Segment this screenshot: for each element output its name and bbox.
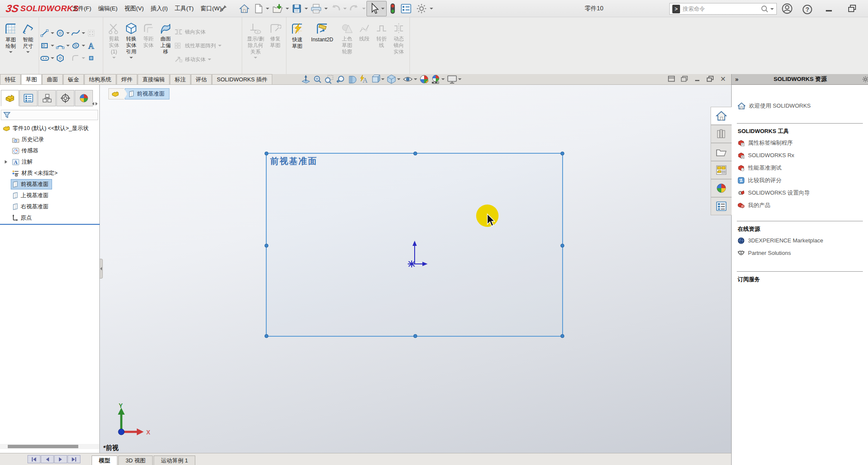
doc-tile-icon[interactable] <box>668 75 675 83</box>
partner-solutions-link[interactable]: Partner Solutions <box>732 247 868 259</box>
panel-splitter-handle[interactable] <box>100 259 103 279</box>
plane-handle-w[interactable] <box>265 244 268 248</box>
my-products-link[interactable]: 我的产品 <box>732 199 868 211</box>
redo-button[interactable] <box>348 2 361 15</box>
graphics-viewport[interactable]: 前视基准面 前视基准面 Y X *前视 <box>100 85 731 453</box>
smart-dimension-dropdown[interactable] <box>26 51 30 53</box>
welcome-link[interactable]: 欢迎使用 SOLIDWORKS <box>732 99 868 112</box>
fillet-tool-icon[interactable] <box>71 53 80 63</box>
doc-close-button[interactable]: ✕ <box>719 75 727 83</box>
tabs-scroll-right-icon[interactable] <box>95 102 98 105</box>
plane-handle-sw[interactable] <box>265 334 268 338</box>
options-gear-button[interactable] <box>414 2 429 16</box>
doc-restore-button[interactable] <box>706 75 714 83</box>
print-button[interactable] <box>309 2 323 15</box>
breadcrumb-plane-chip[interactable]: 前视基准面 <box>125 88 169 99</box>
menu-tools[interactable]: 工具(T) <box>171 0 197 17</box>
new-file-dropdown[interactable] <box>266 8 269 9</box>
tab-addins[interactable]: SOLIDWORKS 插件 <box>212 74 272 84</box>
display-style-icon[interactable] <box>387 74 400 84</box>
apply-scene-dropdown[interactable] <box>441 78 445 80</box>
trim-entities-button[interactable]: 剪裁实体(1) <box>105 19 123 72</box>
shaded-contours-button[interactable]: 上色草图轮廓 <box>339 19 356 72</box>
tree-item-right-plane[interactable]: 右视基准面 <box>0 201 100 212</box>
account-icon[interactable] <box>781 2 794 15</box>
dynamic-annotation-icon[interactable]: A <box>359 74 369 84</box>
tree-filter-bar[interactable] <box>1 110 98 120</box>
rapid-sketch-button[interactable]: 快速草图 <box>289 19 306 72</box>
tree-item-material[interactable]: 材质 <未指定> <box>0 167 100 179</box>
open-file-button[interactable] <box>270 2 285 15</box>
tab-sketch[interactable]: 草图 <box>21 74 42 84</box>
select-tool-button[interactable] <box>366 1 387 16</box>
solidworks-rx-link[interactable]: SOLIDWORKS Rx <box>732 149 868 161</box>
tab-view-palette[interactable] <box>711 161 732 179</box>
section-view-icon[interactable] <box>348 74 357 84</box>
tab-surfaces[interactable]: 曲面 <box>42 74 63 84</box>
menu-file[interactable]: 文件(F) <box>69 0 95 17</box>
plane-handle-s[interactable] <box>413 334 417 338</box>
tree-item-part-root[interactable]: 零件10 (默认) <<默认>_显示状 <box>0 123 100 134</box>
breadcrumb-part-chip[interactable] <box>108 88 127 99</box>
offset-entities-button[interactable]: 等距实体 <box>140 19 157 72</box>
select-tool-dropdown[interactable] <box>381 8 385 9</box>
tab-3d-views[interactable]: 3D 视图 <box>118 456 153 465</box>
ellipse-tool-icon[interactable] <box>71 41 80 50</box>
performance-benchmark-link[interactable]: 性能基准测试 <box>732 161 868 174</box>
save-button[interactable] <box>290 2 304 15</box>
undo-button[interactable] <box>329 2 342 15</box>
expand-arrow-icon[interactable] <box>5 160 7 164</box>
plane-handle-e[interactable] <box>560 244 564 248</box>
slot-dropdown[interactable] <box>51 57 54 59</box>
tab-motion-study[interactable]: 运动算例 1 <box>154 456 195 465</box>
move-entities-button[interactable]: 移动实体 <box>174 53 240 65</box>
slot-tool-icon[interactable] <box>40 53 49 63</box>
move-entities-dropdown[interactable] <box>208 59 211 60</box>
view-settings-icon[interactable] <box>447 74 462 84</box>
display-relations-dropdown[interactable] <box>254 57 257 59</box>
settings-wizard-link[interactable]: SOLIDWORKS 设置向导 <box>732 186 868 199</box>
tab-file-explorer[interactable] <box>711 143 732 161</box>
tree-item-top-plane[interactable]: 上视基准面 <box>0 190 100 201</box>
linear-pattern-button[interactable]: 线性草图阵列 <box>174 40 240 52</box>
nav-next-button[interactable] <box>54 455 67 463</box>
plane-handle-n[interactable] <box>413 152 417 155</box>
circle-tool-icon[interactable] <box>55 28 65 38</box>
display-relations-button[interactable]: 显示/删除几何关系 <box>244 19 267 72</box>
zoom-area-icon[interactable] <box>324 74 334 84</box>
rectangle-dropdown[interactable] <box>51 45 54 46</box>
tab-home[interactable] <box>711 107 732 125</box>
mirror-entities-button[interactable]: 镜向实体 <box>174 26 240 38</box>
sketch-button[interactable]: 草图绘制 <box>2 19 19 72</box>
pane-options-gear-icon[interactable] <box>862 76 868 83</box>
view-settings-dropdown[interactable] <box>458 78 462 80</box>
line-dropdown[interactable] <box>51 32 54 34</box>
collapse-pane-icon[interactable]: » <box>735 76 739 83</box>
menu-edit[interactable]: 编辑(E) <box>95 0 121 17</box>
interference-check-icon[interactable] <box>388 1 398 16</box>
view-orientation-dropdown[interactable] <box>381 78 385 80</box>
property-tab-builder-link[interactable]: 属性标签编制程序 <box>732 136 868 149</box>
search-icon[interactable] <box>761 5 768 13</box>
print-dropdown[interactable] <box>324 8 328 9</box>
doc-minimize-button[interactable] <box>693 75 701 83</box>
display-style-dropdown[interactable] <box>397 78 400 80</box>
options-list-icon[interactable] <box>399 2 413 15</box>
help-button[interactable]: ? <box>801 3 814 16</box>
home-button[interactable] <box>237 2 251 15</box>
save-dropdown[interactable] <box>305 8 308 9</box>
ellipse-dropdown[interactable] <box>82 45 85 46</box>
line-tool-icon[interactable] <box>40 28 49 38</box>
doc-cascade-icon[interactable] <box>680 75 688 83</box>
hide-show-dropdown[interactable] <box>414 78 417 80</box>
tab-structure-system[interactable]: 结构系统 <box>84 74 116 84</box>
nav-prev-button[interactable] <box>41 455 54 463</box>
tab-features[interactable]: 特征 <box>0 74 21 84</box>
tab-property-manager[interactable] <box>19 90 37 106</box>
tab-appearances[interactable] <box>711 179 732 197</box>
search-dropdown[interactable] <box>770 8 774 10</box>
plane-handle-nw[interactable] <box>265 152 268 155</box>
tab-model[interactable]: 模型 <box>92 456 117 465</box>
compare-scores-link[interactable]: 比较我的评分 <box>732 174 868 186</box>
menu-view[interactable]: 视图(V) <box>121 0 147 17</box>
